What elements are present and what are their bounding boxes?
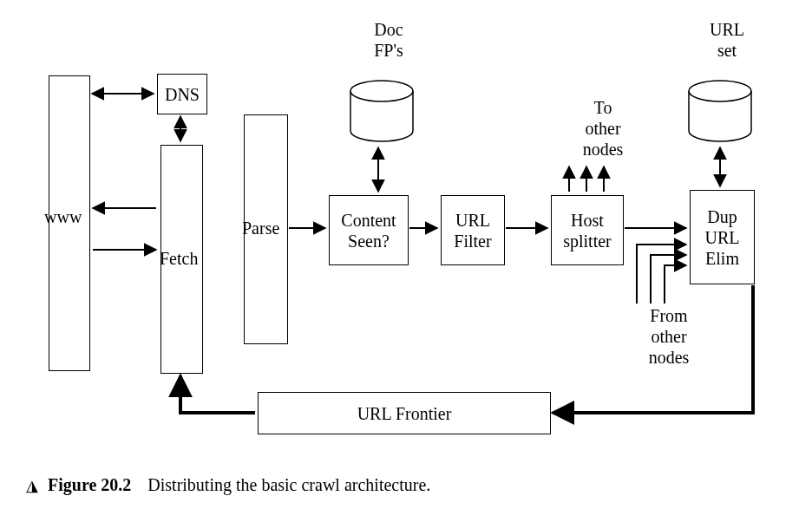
doc-fps-label: Doc FP's — [363, 19, 415, 61]
www-label: www — [44, 206, 96, 227]
figure-number: Figure 20.2 — [48, 475, 131, 494]
content-seen-label: Content Seen? — [341, 210, 396, 251]
url-filter-label: URL Filter — [454, 210, 491, 251]
www-box: www — [49, 75, 90, 371]
fetch-box: Fetch — [160, 145, 203, 374]
parse-label: Parse — [242, 218, 294, 238]
from-other-nodes-label: From other nodes — [638, 305, 699, 368]
svg-point-0 — [350, 81, 413, 101]
url-set-label: URL set — [701, 19, 753, 61]
caption-marker-icon: ◮ — [26, 477, 38, 494]
url-frontier-box: URL Frontier — [258, 392, 551, 434]
figure-text: Distributing the basic crawl architectur… — [147, 475, 430, 494]
doc-fps-cylinder — [347, 79, 416, 147]
host-splitter-label: Host splitter — [563, 210, 612, 251]
dns-box: DNS — [157, 74, 207, 114]
dns-label: DNS — [165, 84, 200, 105]
svg-point-1 — [689, 81, 751, 101]
content-seen-box: Content Seen? — [329, 195, 409, 265]
figure-caption: ◮ Figure 20.2 Distributing the basic cra… — [26, 475, 430, 495]
dup-url-elim-label: Dup URL Elim — [705, 206, 740, 269]
fetch-label: Fetch — [160, 248, 212, 269]
parse-box: Parse — [244, 114, 288, 344]
url-set-cylinder — [685, 79, 755, 147]
host-splitter-box: Host splitter — [551, 195, 624, 265]
url-frontier-label: URL Frontier — [357, 403, 452, 424]
to-other-nodes-label: To other nodes — [573, 97, 633, 160]
url-filter-box: URL Filter — [441, 195, 505, 265]
dup-url-elim-box: Dup URL Elim — [690, 190, 755, 284]
